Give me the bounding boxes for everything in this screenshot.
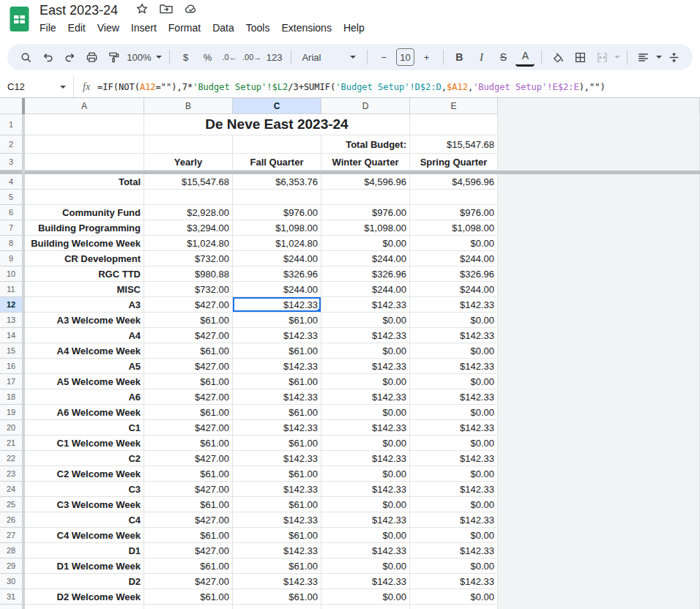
total-budget-label-cell[interactable]: Total Budget: bbox=[321, 135, 410, 154]
cell-A10[interactable]: RGC TTD bbox=[25, 266, 144, 282]
cell-E7[interactable]: $1,098.00 bbox=[410, 220, 498, 236]
fill-color-icon[interactable] bbox=[548, 48, 567, 67]
cell-E31[interactable]: $0.00 bbox=[410, 589, 498, 605]
row-header-16[interactable]: 16 bbox=[0, 359, 22, 374]
frozen-pane-vertical-handle[interactable] bbox=[22, 98, 25, 114]
quarter-header-cell[interactable]: Spring Quarter bbox=[410, 154, 498, 171]
cell-A6[interactable]: Community Fund bbox=[25, 205, 144, 220]
cell-C26[interactable]: $142.33 bbox=[233, 512, 321, 528]
row-header-21[interactable]: 21 bbox=[0, 436, 22, 451]
strikethrough-button[interactable]: S bbox=[494, 48, 513, 67]
cell-D28[interactable]: $142.33 bbox=[321, 543, 410, 558]
cell-A18[interactable]: A6 bbox=[25, 389, 144, 405]
row-header-6[interactable]: 6 bbox=[0, 205, 22, 220]
cell-A4[interactable]: Total bbox=[25, 174, 144, 190]
cell-B11[interactable]: $732.00 bbox=[144, 282, 233, 297]
cell-C11[interactable]: $244.00 bbox=[233, 282, 321, 297]
cell-C2[interactable] bbox=[233, 135, 321, 154]
cell-D6[interactable]: $976.00 bbox=[321, 205, 410, 220]
cell-D25[interactable]: $0.00 bbox=[321, 497, 410, 512]
cell-A3[interactable] bbox=[25, 154, 144, 171]
cell-D29[interactable]: $0.00 bbox=[321, 558, 410, 574]
menu-insert[interactable]: Insert bbox=[125, 20, 163, 35]
row-header-26[interactable]: 26 bbox=[0, 512, 22, 528]
row-header-10[interactable]: 10 bbox=[0, 266, 22, 282]
total-budget-value-cell[interactable]: $15,547.68 bbox=[410, 135, 498, 154]
zoom-control[interactable]: 100% bbox=[126, 48, 163, 67]
row-header-1[interactable]: 1 bbox=[0, 114, 22, 135]
cell-E15[interactable]: $0.00 bbox=[410, 343, 498, 359]
menu-data[interactable]: Data bbox=[206, 20, 240, 35]
cell-A5[interactable] bbox=[25, 190, 144, 205]
menu-help[interactable]: Help bbox=[338, 20, 371, 35]
cell-C5[interactable] bbox=[233, 190, 321, 205]
row-header-12[interactable]: 12 bbox=[0, 297, 22, 313]
row-header-4[interactable]: 4 bbox=[0, 174, 22, 190]
row-header-18[interactable]: 18 bbox=[0, 389, 22, 405]
cell-E17[interactable]: $0.00 bbox=[410, 374, 498, 389]
cell-B29[interactable]: $61.00 bbox=[144, 558, 233, 574]
row-header-29[interactable]: 29 bbox=[0, 558, 22, 574]
cell-B20[interactable]: $427.00 bbox=[144, 420, 233, 436]
borders-icon[interactable] bbox=[570, 48, 589, 67]
bold-button[interactable]: B bbox=[450, 48, 469, 67]
cell-E23[interactable]: $0.00 bbox=[410, 466, 498, 482]
cell-A21[interactable]: C1 Welcome Week bbox=[25, 436, 144, 451]
cell-C10[interactable]: $326.96 bbox=[233, 266, 321, 282]
cell-A25[interactable]: C3 Welcome Week bbox=[25, 497, 144, 512]
cell-C14[interactable]: $142.33 bbox=[233, 328, 321, 343]
cell-A22[interactable]: C2 bbox=[25, 451, 144, 466]
column-header-D[interactable]: D bbox=[321, 98, 410, 114]
cell-B14[interactable]: $427.00 bbox=[144, 328, 233, 343]
undo-icon[interactable] bbox=[38, 48, 57, 67]
merge-cells-icon[interactable] bbox=[592, 48, 611, 67]
cloud-saved-icon[interactable] bbox=[184, 2, 199, 18]
row-header-8[interactable]: 8 bbox=[0, 236, 22, 251]
decrease-font-size-button[interactable]: − bbox=[374, 48, 393, 67]
cell-B10[interactable]: $980.88 bbox=[144, 266, 233, 282]
quarter-header-cell[interactable]: Fall Quarter bbox=[233, 154, 321, 171]
cell-E28[interactable]: $142.33 bbox=[410, 543, 498, 558]
cell-D15[interactable]: $0.00 bbox=[321, 343, 410, 359]
cell-B31[interactable]: $61.00 bbox=[144, 589, 233, 605]
cell-E8[interactable]: $0.00 bbox=[410, 236, 498, 251]
cell-A30[interactable]: D2 bbox=[25, 574, 144, 589]
format-currency-button[interactable]: $ bbox=[176, 48, 196, 67]
cell-A28[interactable]: D1 bbox=[25, 543, 144, 558]
cell-E19[interactable]: $0.00 bbox=[410, 405, 498, 420]
cell-D7[interactable]: $1,098.00 bbox=[321, 220, 410, 236]
cell-E20[interactable]: $142.33 bbox=[410, 420, 498, 436]
column-header-A[interactable]: A bbox=[25, 98, 144, 114]
formula-input[interactable]: =IF(NOT(A12=""),7*'Budget Setup'!$L2/3+S… bbox=[97, 82, 606, 92]
cell-B24[interactable]: $427.00 bbox=[144, 482, 233, 497]
row-header-2[interactable]: 2 bbox=[0, 135, 22, 154]
row-header-31[interactable]: 31 bbox=[0, 589, 22, 605]
search-icon[interactable] bbox=[16, 48, 35, 67]
cell-A2[interactable] bbox=[25, 135, 144, 154]
cell-B[interactable] bbox=[144, 605, 233, 609]
cell-C20[interactable]: $142.33 bbox=[233, 420, 321, 436]
cell-D5[interactable] bbox=[321, 190, 410, 205]
star-icon[interactable] bbox=[135, 2, 149, 18]
cell-B15[interactable]: $61.00 bbox=[144, 343, 233, 359]
cell-D13[interactable]: $0.00 bbox=[321, 313, 410, 328]
cell-B19[interactable]: $61.00 bbox=[144, 405, 233, 420]
cell-C30[interactable]: $142.33 bbox=[233, 574, 321, 589]
increase-font-size-button[interactable]: + bbox=[417, 48, 436, 67]
cell-B2[interactable] bbox=[144, 135, 233, 154]
cell-D4[interactable]: $4,596.96 bbox=[321, 174, 410, 190]
cell-A[interactable] bbox=[25, 605, 144, 609]
fill-handle[interactable] bbox=[317, 308, 321, 313]
vertical-align-icon[interactable] bbox=[665, 48, 684, 67]
cell-B25[interactable]: $61.00 bbox=[144, 497, 233, 512]
cell-A14[interactable]: A4 bbox=[25, 328, 144, 343]
cell-B27[interactable]: $61.00 bbox=[144, 528, 233, 543]
cell-D27[interactable]: $0.00 bbox=[321, 528, 410, 543]
cell-C18[interactable]: $142.33 bbox=[233, 389, 321, 405]
cell-E25[interactable]: $0.00 bbox=[410, 497, 498, 512]
cell-B13[interactable]: $61.00 bbox=[144, 313, 233, 328]
cell-A26[interactable]: C4 bbox=[25, 512, 144, 528]
cell-B9[interactable]: $732.00 bbox=[144, 251, 233, 266]
cell-D9[interactable]: $244.00 bbox=[321, 251, 410, 266]
cell-A12[interactable]: A3 bbox=[25, 297, 144, 313]
